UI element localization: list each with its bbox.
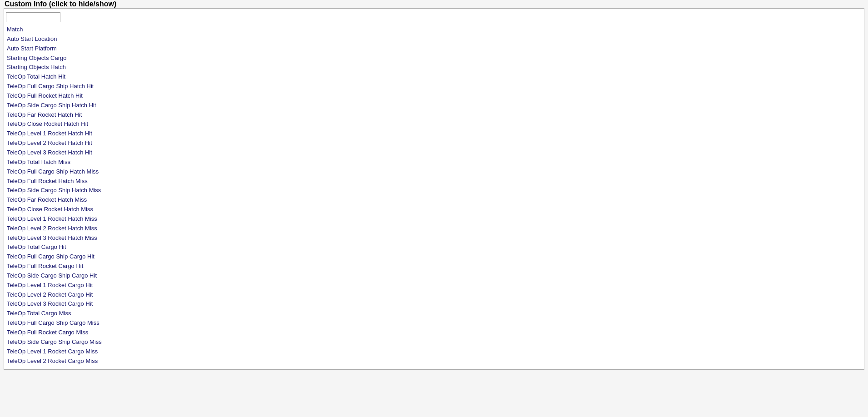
list-item: TeleOp Level 2 Rocket Hatch Miss: [6, 224, 862, 233]
item-list: MatchAuto Start LocationAuto Start Platf…: [6, 25, 862, 366]
list-item: TeleOp Level 3 Rocket Hatch Miss: [6, 233, 862, 243]
list-item: TeleOp Full Cargo Ship Hatch Hit: [6, 82, 862, 91]
list-item: Auto Start Platform: [6, 44, 862, 54]
list-item: TeleOp Side Cargo Ship Hatch Hit: [6, 101, 862, 110]
list-item: TeleOp Full Cargo Ship Hatch Miss: [6, 167, 862, 177]
list-item: TeleOp Level 1 Rocket Cargo Miss: [6, 347, 862, 357]
list-item: TeleOp Level 1 Rocket Hatch Miss: [6, 214, 862, 224]
list-item: TeleOp Level 2 Rocket Cargo Miss: [6, 357, 862, 366]
list-item: TeleOp Level 3 Rocket Hatch Hit: [6, 148, 862, 158]
list-item: TeleOp Full Rocket Hatch Hit: [6, 91, 862, 101]
list-item: Auto Start Location: [6, 35, 862, 44]
list-item: TeleOp Close Rocket Hatch Miss: [6, 205, 862, 214]
list-item: TeleOp Total Hatch Miss: [6, 158, 862, 167]
search-wrapper: [6, 12, 862, 22]
list-item: TeleOp Side Cargo Ship Cargo Hit: [6, 271, 862, 281]
list-item: Match: [6, 25, 862, 35]
list-item: TeleOp Total Hatch Hit: [6, 72, 862, 82]
list-item: TeleOp Far Rocket Hatch Miss: [6, 195, 862, 205]
list-item: TeleOp Level 2 Rocket Hatch Hit: [6, 139, 862, 148]
list-item: TeleOp Level 3 Rocket Cargo Hit: [6, 299, 862, 309]
list-item: TeleOp Level 1 Rocket Hatch Hit: [6, 129, 862, 139]
list-item: TeleOp Full Cargo Ship Cargo Hit: [6, 252, 862, 262]
list-item: TeleOp Full Cargo Ship Cargo Miss: [6, 318, 862, 328]
list-item: TeleOp Far Rocket Hatch Hit: [6, 110, 862, 120]
list-item: TeleOp Side Cargo Ship Hatch Miss: [6, 186, 862, 195]
content-panel: MatchAuto Start LocationAuto Start Platf…: [4, 8, 864, 370]
list-item: TeleOp Full Rocket Cargo Miss: [6, 328, 862, 338]
list-item: TeleOp Level 1 Rocket Cargo Hit: [6, 281, 862, 290]
list-item: TeleOp Full Rocket Cargo Hit: [6, 262, 862, 271]
page-title[interactable]: Custom Info (click to hide/show): [0, 0, 868, 8]
search-input[interactable]: [6, 12, 60, 22]
list-item: TeleOp Close Rocket Hatch Hit: [6, 119, 862, 129]
list-item: TeleOp Side Cargo Ship Cargo Miss: [6, 338, 862, 347]
list-item: TeleOp Total Cargo Miss: [6, 309, 862, 318]
list-item: TeleOp Full Rocket Hatch Miss: [6, 177, 862, 186]
list-item: TeleOp Level 2 Rocket Cargo Hit: [6, 290, 862, 300]
list-item: Starting Objects Cargo: [6, 54, 862, 63]
list-item: Starting Objects Hatch: [6, 63, 862, 72]
list-item: TeleOp Total Cargo Hit: [6, 243, 862, 252]
